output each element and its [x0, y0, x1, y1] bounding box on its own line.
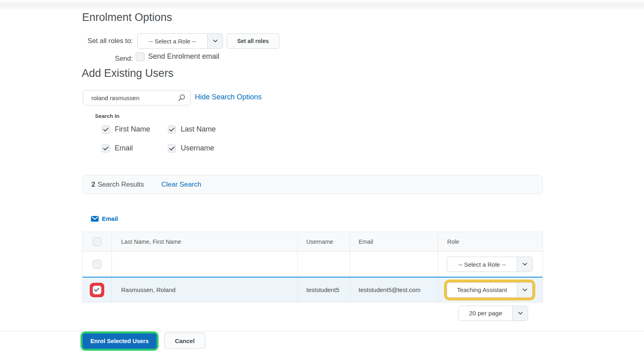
search-in-label: Search In [95, 113, 120, 119]
envelope-icon [91, 216, 99, 222]
set-all-roles-label: Set all roles to: [82, 37, 133, 45]
email-selected-link[interactable]: Email [91, 215, 118, 222]
row-role-cell: -- Select a Role -- [438, 252, 543, 277]
search-results-bar: 2 Search Results Clear Search [82, 175, 543, 194]
top-scroll-shadow [0, 0, 644, 10]
per-page-select-value: 20 per page [459, 306, 512, 321]
column-header-role: Role [438, 232, 543, 251]
results-count: 2 [91, 181, 95, 189]
page-title: Enrolment Options [82, 11, 172, 24]
select-all-checkbox[interactable] [93, 237, 101, 246]
results-label: Search Results [97, 181, 144, 189]
table-row: -- Select a Role -- [83, 252, 543, 277]
search-in-option-username: Username [168, 144, 214, 152]
enrolment-page: Enrolment Options Set all roles to: -- S… [0, 0, 644, 362]
row-email-cell: teststudent5@test.com [350, 278, 438, 302]
row-checkbox[interactable] [93, 286, 101, 294]
role-select-highlight-annotation: Teaching Assistant [444, 280, 535, 300]
send-enrolment-email-label: Send Enrolment email [148, 52, 219, 61]
role-select[interactable]: Teaching Assistant [447, 282, 533, 298]
row-email-cell [350, 252, 438, 277]
first-name-label: First Name [115, 125, 150, 134]
table-row-selected: Rasmussen, Roland teststudent5 teststude… [83, 277, 543, 302]
hide-search-options-link[interactable]: Hide Search Options [195, 93, 262, 101]
add-existing-users-title: Add Existing Users [82, 67, 173, 80]
set-all-role-select-value: -- Select a Role -- [138, 34, 207, 48]
search-results-table: Last Name, First Name Username Email Rol… [82, 232, 543, 302]
header-checkbox-cell [83, 232, 112, 251]
table-header-row: Last Name, First Name Username Email Rol… [83, 232, 543, 252]
search-in-option-first-name: First Name [102, 125, 150, 134]
role-select-value: -- Select a Role -- [447, 257, 517, 272]
enrol-button-highlight-annotation: Enrol Selected Users [80, 331, 159, 351]
row-checkbox[interactable] [93, 260, 101, 269]
username-label: Username [181, 144, 214, 152]
set-all-role-select[interactable]: -- Select a Role -- [137, 33, 223, 49]
row-checkbox-cell [83, 252, 112, 277]
per-page-select[interactable]: 20 per page [458, 306, 528, 321]
enrol-selected-users-button[interactable]: Enrol Selected Users [83, 333, 157, 349]
column-header-name: Last Name, First Name [112, 232, 298, 251]
cancel-button[interactable]: Cancel [164, 333, 205, 349]
role-select-value: Teaching Assistant [447, 283, 517, 297]
chevron-down-icon [512, 306, 528, 321]
row-username-cell [298, 252, 350, 277]
send-enrolment-email-checkbox[interactable] [136, 52, 144, 61]
row-checkbox-cell [83, 278, 112, 302]
column-header-username: Username [298, 232, 350, 251]
row-name-cell [112, 252, 298, 277]
row-name-cell: Rasmussen, Roland [112, 278, 298, 302]
last-name-checkbox[interactable] [168, 125, 176, 134]
search-input[interactable] [83, 95, 178, 101]
chevron-down-icon [207, 34, 223, 48]
send-label: Send: [82, 54, 133, 63]
column-header-email: Email [350, 232, 438, 251]
email-label: Email [115, 144, 133, 152]
last-name-label: Last Name [181, 125, 216, 134]
role-select[interactable]: -- Select a Role -- [447, 257, 533, 272]
user-search-box [83, 90, 191, 105]
email-link-label: Email [102, 215, 118, 222]
row-username-cell: teststudent5 [298, 278, 350, 302]
first-name-checkbox[interactable] [102, 125, 110, 134]
chevron-down-icon [517, 257, 532, 272]
row-role-cell: Teaching Assistant [438, 278, 543, 302]
set-all-roles-button[interactable]: Set all roles [227, 33, 279, 49]
search-in-option-last-name: Last Name [168, 125, 216, 134]
email-checkbox[interactable] [102, 144, 110, 152]
checkbox-highlight-annotation [90, 283, 104, 297]
username-checkbox[interactable] [168, 144, 176, 152]
clear-search-link[interactable]: Clear Search [161, 181, 201, 189]
search-in-option-email: Email [102, 144, 133, 152]
search-icon[interactable] [178, 94, 186, 102]
chevron-down-icon [517, 283, 532, 297]
